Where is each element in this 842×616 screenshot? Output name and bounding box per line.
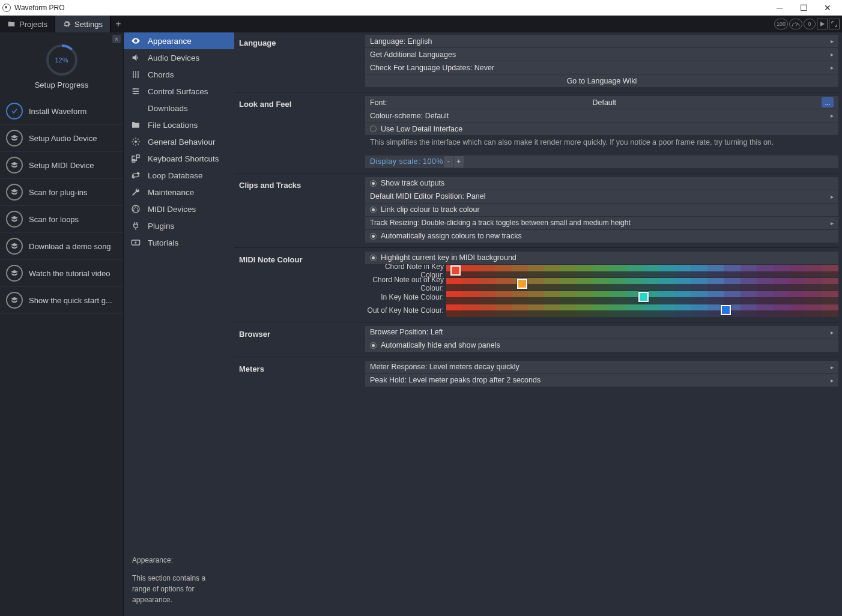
category-audio-devices[interactable]: Audio Devices — [124, 49, 234, 66]
font-browse-button[interactable]: ... — [822, 97, 834, 107]
section-midi-colour: MIDI Note Colour Highlight current key i… — [234, 247, 838, 322]
setup-step-6[interactable]: Watch the tutorial video — [0, 260, 123, 287]
section-browser: Browser Browser Position: Left▸ Automati… — [234, 322, 838, 357]
midi-editor-pos-select[interactable]: Default MIDI Editor Position: Panel▸ — [365, 190, 838, 203]
tab-settings[interactable]: Settings — [55, 16, 111, 32]
progress-ring: 12% — [45, 43, 79, 77]
auto-hide-panels-toggle[interactable]: Automatically hide and show panels — [365, 339, 838, 352]
radio-icon — [370, 255, 377, 261]
font-select[interactable]: Font: Default ... — [365, 96, 838, 109]
meter-response-select[interactable]: Meter Response: Level meters decay quick… — [365, 361, 838, 373]
check-icon — [6, 103, 23, 119]
highlight-key-toggle[interactable]: Highlight current key in MIDI background — [365, 252, 838, 264]
low-detail-toggle[interactable]: Use Low Detail Interface — [365, 122, 838, 135]
category-midi-devices[interactable]: MIDI Devices — [124, 201, 234, 217]
display-scale-row[interactable]: Display scale: 100% - + — [365, 156, 838, 168]
chevron-right-icon: ▸ — [831, 193, 834, 200]
chevron-right-icon: ▸ — [831, 377, 834, 384]
play-icon[interactable] — [817, 19, 828, 29]
svg-point-4 — [136, 91, 138, 92]
category-plugins[interactable]: Plugins — [124, 217, 234, 234]
chevron-right-icon: ▸ — [831, 112, 834, 119]
category-file-locations[interactable]: File Locations — [124, 116, 234, 133]
setup-step-3[interactable]: Scan for plug-ins — [0, 179, 123, 206]
step-label: Show the quick start g... — [29, 296, 112, 305]
chevron-right-icon: ▸ — [831, 51, 834, 58]
chevron-right-icon: ▸ — [831, 329, 834, 336]
close-window-button[interactable]: ✕ — [816, 0, 840, 16]
settings-content: Language Language: English▸ Get Addition… — [234, 32, 842, 616]
get-languages-button[interactable]: Get Additional Languages▸ — [365, 48, 838, 61]
peak-hold-select[interactable]: Peak Hold: Level meter peaks drop after … — [365, 374, 838, 387]
category-appearance[interactable]: Appearance — [124, 32, 234, 49]
minimize-button[interactable]: ─ — [768, 0, 792, 16]
colour-out-key[interactable]: Out of Key Note Colour: — [365, 304, 838, 317]
midi-icon — [131, 204, 141, 214]
setup-step-4[interactable]: Scan for loops — [0, 206, 123, 233]
graduation-icon — [6, 184, 23, 201]
window-titlebar: Waveform PRO ─ ☐ ✕ — [0, 0, 842, 16]
colour-in-key[interactable]: In Key Note Colour: — [365, 291, 838, 304]
category-label: MIDI Devices — [148, 205, 196, 214]
category-maintenance[interactable]: Maintenance — [124, 184, 234, 201]
loop-icon — [131, 171, 141, 180]
radio-icon — [370, 342, 377, 349]
section-meters: Meters Meter Response: Level meters deca… — [234, 357, 838, 391]
setup-step-1[interactable]: Setup Audio Device — [0, 125, 123, 152]
section-label: Browser — [234, 326, 365, 352]
category-label: Keyboard Shortcuts — [148, 154, 219, 163]
cpu-badge[interactable]: 100 — [774, 19, 788, 29]
graduation-icon — [6, 292, 23, 309]
category-label: Tutorials — [148, 238, 178, 247]
category-general-behaviour[interactable]: General Behaviour — [124, 133, 234, 150]
video-icon — [131, 238, 141, 247]
setup-step-7[interactable]: Show the quick start g... — [0, 287, 123, 314]
svg-point-9 — [137, 208, 138, 209]
fullscreen-icon[interactable] — [829, 19, 840, 29]
step-label: Install Waveform — [29, 107, 86, 116]
colour-marker[interactable] — [721, 305, 731, 315]
category-loop-database[interactable]: Loop Database — [124, 167, 234, 184]
category-chords[interactable]: Chords — [124, 66, 234, 83]
language-select[interactable]: Language: English▸ — [365, 35, 838, 47]
colour-marker[interactable] — [517, 279, 527, 289]
category-label: Chords — [148, 70, 174, 79]
chevron-right-icon: ▸ — [831, 364, 834, 370]
category-tutorials[interactable]: Tutorials — [124, 234, 234, 251]
show-track-outputs-toggle[interactable]: Show track outputs — [365, 177, 838, 190]
meter-icon[interactable] — [789, 19, 802, 29]
folder-icon — [131, 120, 141, 130]
auto-colours-toggle[interactable]: Automatically assign colours to new trac… — [365, 230, 838, 243]
count-badge[interactable]: 0 — [804, 19, 816, 29]
setup-step-0[interactable]: Install Waveform — [0, 98, 123, 125]
check-updates-select[interactable]: Check For Language Updates: Never▸ — [365, 61, 838, 74]
tab-projects[interactable]: Projects — [0, 16, 55, 32]
gear-icon — [62, 20, 71, 28]
add-tab-button[interactable]: + — [111, 16, 126, 32]
chord-icon — [131, 70, 141, 79]
scale-minus-button[interactable]: - — [444, 156, 453, 168]
setup-step-5[interactable]: Download a demo song — [0, 233, 123, 260]
scale-plus-button[interactable]: + — [454, 156, 464, 168]
maximize-button[interactable]: ☐ — [792, 0, 816, 16]
wrench-icon — [131, 187, 141, 197]
browser-position-select[interactable]: Browser Position: Left▸ — [365, 326, 838, 339]
track-resizing-select[interactable]: Track Resizing: Double-clicking a track … — [365, 217, 838, 229]
link-clip-colour-toggle[interactable]: Link clip colour to track colour — [365, 204, 838, 216]
desc-text: This section contains a range of options… — [132, 573, 226, 605]
colour-marker[interactable] — [450, 265, 461, 276]
colour-scheme-select[interactable]: Colour-scheme: Default▸ — [365, 109, 838, 122]
setup-step-2[interactable]: Setup MIDI Device — [0, 152, 123, 179]
svg-point-8 — [133, 208, 135, 209]
close-panel-button[interactable]: × — [112, 35, 121, 43]
category-keyboard-shortcuts[interactable]: Keyboard Shortcuts — [124, 150, 234, 167]
language-wiki-button[interactable]: Go to Language Wiki — [365, 74, 838, 87]
colour-marker[interactable] — [638, 292, 649, 302]
category-downloads[interactable]: Downloads — [124, 100, 234, 116]
colour-chord-out-key[interactable]: Chord Note out of Key Colour: — [365, 278, 838, 291]
progress-title: Setup Progress — [0, 80, 123, 89]
graduation-icon — [6, 130, 23, 146]
category-control-surfaces[interactable]: Control Surfaces — [124, 83, 234, 100]
category-label: Maintenance — [148, 188, 194, 197]
category-label: Loop Database — [148, 171, 203, 180]
